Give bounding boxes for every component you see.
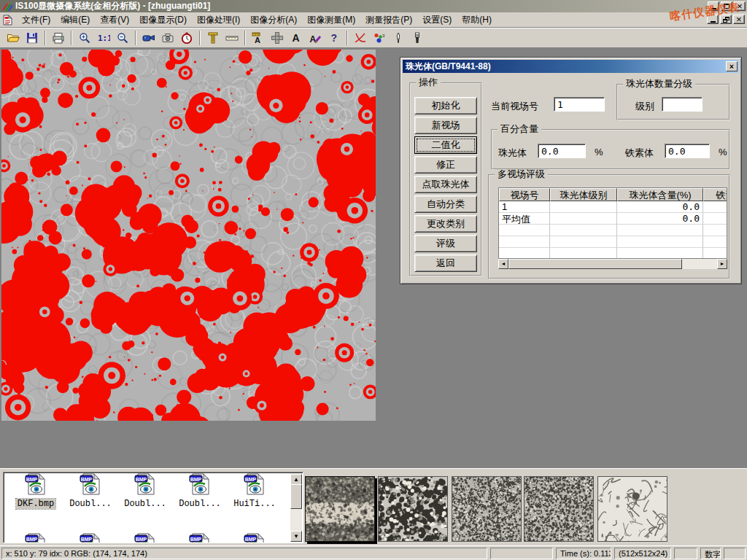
file-name[interactable]: Doubl... (123, 499, 168, 509)
help-button[interactable]: ? (325, 29, 344, 47)
sample-thumbnail-2[interactable] (378, 476, 448, 542)
close-button[interactable]: × (734, 1, 746, 11)
menu-image-measure[interactable]: 图像测量(M) (302, 12, 360, 27)
open-button[interactable] (4, 29, 23, 47)
file-item[interactable]: BMP HuiTi... (228, 472, 281, 509)
video-capture-button[interactable] (139, 29, 158, 47)
brush-tool-button[interactable] (408, 29, 427, 47)
zoom-out-button[interactable] (113, 29, 132, 47)
file-name[interactable]: DKF.bmp (16, 499, 55, 509)
menu-measure-report[interactable]: 测量报告(P) (360, 12, 417, 27)
dialog-close-button[interactable]: × (726, 61, 738, 71)
file-name[interactable]: Doubl... (68, 499, 113, 509)
table-horizontal-scrollbar[interactable]: ◄ ► (498, 259, 727, 269)
file-item[interactable]: BMP Doubl... (174, 472, 226, 509)
particles-icon: 3 (373, 32, 386, 44)
rate-button[interactable]: 评级 (414, 235, 477, 252)
pearlite-percent-input[interactable] (538, 144, 586, 158)
sample-thumbnail-3[interactable] (452, 476, 522, 542)
change-class-button[interactable]: 更改类别 (414, 215, 477, 233)
ruler-button[interactable] (222, 29, 241, 47)
table-header-row: 视场号 珠光体级别 珠光体含量(%) 铁素体含量(%) (499, 188, 727, 201)
bmp-file-icon: BMP (133, 532, 157, 543)
file-browser-scrollbar[interactable]: ▲ ▼ (290, 473, 302, 542)
bmp-file-icon: BMP (24, 472, 47, 496)
menu-edit[interactable]: 编辑(E) (55, 12, 95, 27)
scroll-up-button[interactable]: ▲ (290, 474, 302, 485)
ferrite-percent-input[interactable] (665, 144, 710, 158)
file-item-partial[interactable]: BMP (119, 532, 171, 543)
svg-text:1:1: 1:1 (98, 34, 110, 43)
svg-text:BMP: BMP (136, 537, 147, 542)
file-item-partial[interactable]: BMP (9, 532, 62, 543)
menu-settings[interactable]: 设置(S) (417, 12, 457, 27)
menu-file[interactable]: 文件(F) (17, 12, 55, 27)
timer-button[interactable] (177, 29, 196, 47)
multiview-table[interactable]: 视场号 珠光体级别 珠光体含量(%) 铁素体含量(%) 1 0.0 平均值 0.… (498, 187, 727, 259)
micrograph-image[interactable] (1, 50, 376, 421)
menu-image-display[interactable]: 图像显示(D) (134, 12, 192, 27)
binarize-button[interactable]: 二值化 (414, 136, 477, 154)
menu-help[interactable]: 帮助(H) (457, 12, 497, 27)
auto-classify-button[interactable]: 自动分类 (414, 195, 477, 213)
new-view-button[interactable]: 新视场 (414, 117, 477, 134)
maximize-button[interactable] (721, 1, 732, 11)
file-item[interactable]: BMP DKF.bmp (9, 472, 62, 509)
application-window: IS100显微摄像系统(金相分析版) - [zhuguangti01] × 喀什… (0, 0, 747, 560)
sample-thumbnail-5[interactable] (597, 476, 667, 542)
scroll-right-button[interactable]: ► (717, 259, 727, 269)
grade-input[interactable] (662, 97, 703, 112)
file-browser[interactable]: BMP DKF.bmp BMP Doubl... BMP Doubl... BM… (3, 472, 303, 543)
measure-text-button[interactable]: A (249, 29, 268, 47)
scroll-left-button[interactable]: ◄ (498, 259, 508, 269)
scrollbar-thumb[interactable] (290, 484, 302, 509)
file-name[interactable]: Doubl... (177, 499, 222, 509)
pearlite-dialog: 珠光体(GB/T9441-88) × 操作 初始化 新视场 二值化 修正 点取珠… (400, 57, 742, 284)
sample-thumbnail-4[interactable] (524, 476, 594, 542)
mdi-restore-button[interactable] (720, 15, 732, 24)
current-view-input[interactable] (554, 97, 605, 112)
mdi-minimize-button[interactable] (707, 15, 719, 24)
svg-text:BMP: BMP (245, 537, 257, 542)
camera-button[interactable] (158, 29, 177, 47)
sample-thumbnail-1[interactable] (305, 476, 375, 542)
menu-image-process[interactable]: 图像处理(I) (192, 12, 245, 27)
pen-tool-button[interactable] (389, 29, 408, 47)
print-button[interactable] (49, 29, 68, 47)
minimize-button[interactable] (708, 1, 719, 11)
menu-view[interactable]: 查看(V) (95, 12, 134, 27)
file-name[interactable]: HuiTi... (232, 499, 277, 509)
text-button[interactable]: A (287, 29, 306, 47)
file-item[interactable]: BMP Doubl... (64, 472, 117, 509)
bmp-file-icon: BMP (243, 472, 266, 496)
pick-pearlite-button[interactable]: 点取珠光体 (414, 176, 477, 193)
file-item-partial[interactable]: BMP (174, 532, 226, 543)
actual-size-button[interactable]: 1:1 (94, 29, 113, 47)
init-button[interactable]: 初始化 (414, 97, 477, 114)
caliper-button[interactable] (204, 29, 222, 47)
table-row[interactable]: 平均值 0.0 (499, 213, 727, 225)
file-item-partial[interactable]: BMP (228, 532, 281, 543)
save-button[interactable] (23, 29, 42, 47)
mdi-close-button[interactable]: × (733, 15, 745, 24)
svg-text:A: A (255, 36, 260, 44)
current-view-label: 当前视场号 (491, 100, 538, 113)
scroll-down-button[interactable]: ▼ (290, 531, 302, 542)
correct-button[interactable]: 修正 (414, 156, 477, 174)
return-button[interactable]: 返回 (414, 254, 477, 272)
particle-analysis-button[interactable]: 3 (370, 29, 389, 47)
maximize-icon (724, 4, 729, 9)
annotate-button[interactable]: A (306, 29, 325, 47)
grade-label: 级别 (635, 100, 654, 113)
menu-image-analysis[interactable]: 图像分析(A) (245, 12, 302, 27)
document-icon[interactable] (3, 15, 12, 26)
svg-text:BMP: BMP (190, 477, 202, 482)
table-row[interactable]: 1 0.0 (499, 201, 727, 213)
zoom-in-button[interactable] (75, 29, 94, 47)
stitch-grid-button[interactable] (268, 29, 287, 47)
dialog-title-bar[interactable]: 珠光体(GB/T9441-88) × (403, 60, 739, 73)
curve-tool-button[interactable] (351, 29, 370, 47)
file-item[interactable]: BMP Doubl... (119, 472, 171, 509)
scrollbar-thumb[interactable] (508, 259, 682, 269)
file-item-partial[interactable]: BMP (64, 532, 117, 543)
